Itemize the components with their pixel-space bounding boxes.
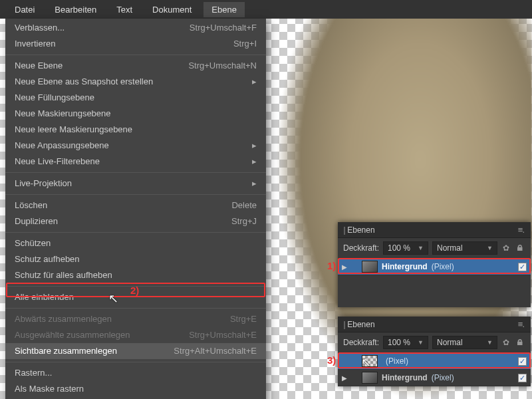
opacity-field[interactable]: 100 %▼ — [383, 336, 428, 349]
lock-icon[interactable]: 🔒︎ — [515, 243, 525, 253]
gear-icon[interactable]: ✿ — [501, 243, 511, 253]
chevron-down-icon: ▼ — [487, 245, 493, 251]
menu-item-label: Löschen — [15, 200, 47, 211]
menu-item[interactable]: InvertierenStrg+I — [5, 36, 266, 52]
opacity-label: Deckkraft: — [343, 338, 379, 347]
menu-item[interactable]: Sichtbare zusammenlegenStrg+Alt+Umschalt… — [5, 343, 266, 359]
menu-item-label: Schützen — [15, 237, 51, 249]
menu-separator — [5, 232, 266, 233]
menu-item[interactable]: Als Maske rastern — [5, 381, 266, 397]
menu-item[interactable]: Neue Füllungsebene — [5, 90, 266, 106]
menu-text[interactable]: Text — [108, 2, 140, 17]
menu-shortcut: Delete — [231, 200, 257, 211]
menu-item-label: Duplizieren — [15, 215, 58, 227]
layer-thumbnail — [362, 355, 378, 367]
layers-panel-2: ||Ebenen ≡. Deckkraft: 100 %▼ Normal▼ ✿ … — [338, 317, 531, 386]
menu-shortcut: Strg+Umschalt+N — [188, 60, 257, 72]
menu-item[interactable]: Neue Maskierungsebene — [5, 106, 266, 122]
menu-item[interactable]: Rastern... — [5, 365, 266, 381]
menu-item-label: Invertieren — [15, 38, 55, 50]
menu-shortcut: Strg+E — [230, 313, 257, 325]
menu-item-label: Abwärts zusammenlegen — [15, 313, 112, 325]
layer-visibility-checkbox[interactable]: ✓ — [518, 357, 527, 366]
panel-header[interactable]: ||Ebenen ≡. — [338, 222, 531, 238]
menu-item[interactable]: Schützen — [5, 235, 266, 251]
menu-item[interactable]: Neue Ebene aus Snapshot erstellen▸ — [5, 74, 266, 90]
layer-thumbnail — [362, 261, 378, 273]
submenu-arrow-icon: ▸ — [252, 76, 257, 88]
menu-item[interactable]: Neue Live-Filterebene▸ — [5, 154, 266, 170]
annotation-2: 2) — [130, 285, 139, 296]
menu-item[interactable]: Neue Anpassungsebene▸ — [5, 138, 266, 154]
menu-item-label: Neue Ebene aus Snapshot erstellen — [15, 76, 153, 88]
menu-item-label: Alle einblenden — [15, 291, 74, 303]
menu-item-label: Sichtbare zusammenlegen — [15, 345, 117, 357]
layer-type: (Pixel) — [386, 356, 408, 366]
menu-item: Ausgewählte zusammenlegenStrg+Umschalt+E — [5, 327, 266, 343]
menu-separator — [5, 308, 266, 309]
gear-icon[interactable]: ✿ — [501, 338, 511, 347]
menubar: DateiBearbeitenTextDokumentEbene — [0, 0, 532, 19]
menu-item[interactable]: Neue leere Maskierungsebene — [5, 122, 266, 138]
menu-item-label: Verblassen... — [15, 22, 65, 34]
opacity-field[interactable]: 100 %▼ — [383, 241, 428, 255]
menu-item-label: Live-Projektion — [15, 178, 72, 190]
layers-list: ▶Hintergrund (Pixel)✓ — [338, 259, 531, 275]
layer-thumbnail — [362, 372, 378, 384]
opacity-label: Deckkraft: — [343, 243, 379, 253]
menu-dokument[interactable]: Dokument — [144, 2, 200, 17]
layer-type: (Pixel) — [432, 262, 454, 271]
menu-item-label: Rastern... — [15, 367, 52, 379]
panel-empty-area — [338, 275, 531, 307]
chevron-down-icon: ▼ — [418, 245, 424, 251]
menu-datei[interactable]: Datei — [7, 2, 43, 17]
layer-row[interactable]: (Pixel)✓ — [338, 353, 531, 370]
layer-name: Hintergrund — [382, 373, 428, 382]
menu-item[interactable]: Live-Projektion▸ — [5, 176, 266, 192]
menu-shortcut: Strg+J — [231, 215, 257, 227]
menu-separator — [5, 194, 266, 195]
panel-header[interactable]: ||Ebenen ≡. — [338, 317, 531, 332]
blend-mode-field[interactable]: Normal▼ — [432, 241, 497, 255]
menu-shortcut: Strg+Umschalt+F — [190, 22, 257, 34]
menu-shortcut: Strg+Umschalt+E — [189, 329, 257, 341]
panel-options: Deckkraft: 100 %▼ Normal▼ ✿ 🔒︎ — [338, 238, 531, 259]
menu-separator — [5, 55, 266, 55]
expand-icon[interactable]: ▶ — [342, 374, 348, 382]
layers-list: (Pixel)✓▶Hintergrund (Pixel)✓ — [338, 353, 531, 386]
lock-icon[interactable]: 🔒︎ — [515, 338, 525, 347]
layer-row[interactable]: ▶Hintergrund (Pixel)✓ — [338, 370, 531, 386]
expand-icon[interactable]: ▶ — [342, 263, 348, 271]
menu-item-label: Ausgewählte zusammenlegen — [15, 329, 130, 341]
panel-options: Deckkraft: 100 %▼ Normal▼ ✿ 🔒︎ — [338, 332, 531, 353]
menu-item[interactable]: Verblassen...Strg+Umschalt+F — [5, 20, 266, 36]
panel-title: Ebenen — [347, 320, 374, 329]
menu-item[interactable]: Schutz aufheben — [5, 251, 266, 267]
layer-row[interactable]: ▶Hintergrund (Pixel)✓ — [338, 259, 531, 275]
layer-visibility-checkbox[interactable]: ✓ — [518, 263, 527, 271]
menu-item-label: Als Maske rastern — [15, 383, 84, 395]
menu-ebene[interactable]: Ebene — [203, 2, 245, 17]
menu-item[interactable]: LöschenDelete — [5, 198, 266, 213]
menu-item[interactable]: DuplizierenStrg+J — [5, 213, 266, 229]
panel-menu-icon[interactable]: ≡. — [517, 319, 525, 329]
menu-item: Abwärts zusammenlegenStrg+E — [5, 311, 266, 327]
menu-shortcut: Strg+I — [233, 38, 257, 50]
submenu-arrow-icon: ▸ — [252, 156, 257, 168]
menu-item-label: Neue Live-Filterebene — [15, 156, 100, 168]
blend-mode-field[interactable]: Normal▼ — [432, 336, 497, 349]
panel-menu-icon[interactable]: ≡. — [517, 225, 525, 235]
submenu-arrow-icon: ▸ — [252, 140, 257, 152]
layers-panel-1: ||Ebenen ≡. Deckkraft: 100 %▼ Normal▼ ✿ … — [338, 222, 531, 307]
grip-icon: || — [343, 320, 344, 329]
menu-item[interactable]: Schutz für alles aufheben — [5, 267, 266, 283]
layer-visibility-checkbox[interactable]: ✓ — [518, 374, 527, 382]
menu-item-label: Neue Maskierungsebene — [15, 108, 111, 120]
menu-item-label: Neue Ebene — [15, 60, 63, 72]
chevron-down-icon: ▼ — [418, 339, 424, 346]
menu-item-label: Neue Füllungsebene — [15, 92, 94, 104]
menu-item-label: Schutz für alles aufheben — [15, 269, 112, 281]
menu-bearbeiten[interactable]: Bearbeiten — [47, 2, 104, 17]
menu-shortcut: Strg+Alt+Umschalt+E — [174, 345, 257, 357]
menu-item[interactable]: Neue EbeneStrg+Umschalt+N — [5, 58, 266, 74]
